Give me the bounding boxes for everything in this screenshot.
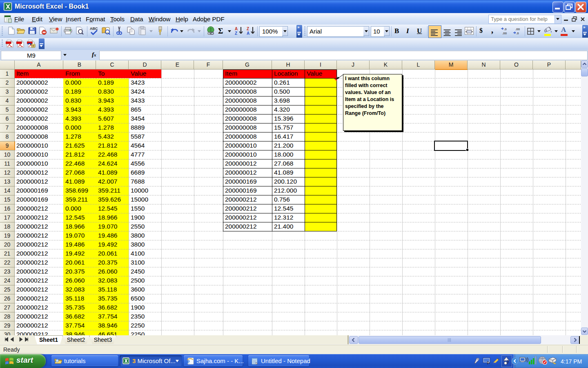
svg-text:Z: Z — [247, 27, 249, 31]
svg-text:.0: .0 — [504, 27, 507, 31]
svg-text:.0: .0 — [516, 31, 519, 35]
svg-text:.00: .00 — [515, 27, 520, 31]
svg-text:Z: Z — [235, 31, 237, 36]
svg-text:.00: .00 — [502, 31, 507, 35]
svg-text:A: A — [247, 31, 249, 36]
svg-text:A: A — [235, 27, 238, 31]
